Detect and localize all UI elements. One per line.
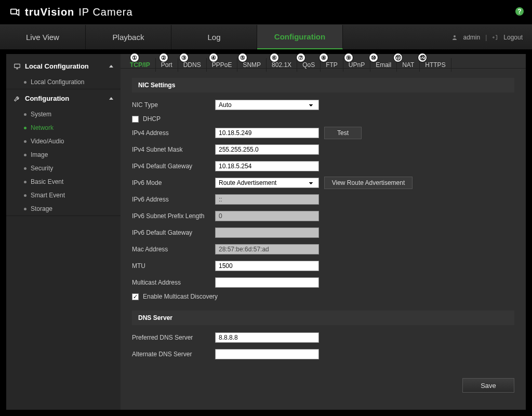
wrench-icon bbox=[14, 95, 21, 102]
ipv4-mask-input[interactable] bbox=[215, 144, 319, 155]
bullet-icon bbox=[24, 113, 26, 116]
nic-section-title: NIC Settings bbox=[132, 78, 514, 92]
mtu-input[interactable] bbox=[215, 261, 319, 271]
nav-playback[interactable]: Playback bbox=[86, 25, 171, 49]
nic-type-select[interactable]: Auto bbox=[215, 100, 319, 110]
ipv6-mode-select[interactable]: Route Advertisement bbox=[215, 178, 319, 188]
sidebar-item-label: Image bbox=[31, 151, 48, 158]
user-sep: | bbox=[485, 34, 487, 41]
sidebar-item-basic-event[interactable]: Basic Event bbox=[6, 175, 121, 189]
nav-configuration[interactable]: Configuration bbox=[257, 25, 343, 49]
mtu-label: MTU bbox=[132, 262, 210, 270]
subtab-pppoe[interactable]: PPPoE bbox=[207, 58, 238, 72]
ipv6-prefix-label: IPv6 Subnet Prefix Length bbox=[132, 212, 210, 220]
pref-dns-input[interactable] bbox=[215, 332, 319, 343]
user-area: admin | Logout bbox=[442, 25, 532, 49]
bullet-icon bbox=[24, 81, 26, 84]
sidebar-item-system[interactable]: System bbox=[6, 108, 121, 121]
sidebar-header-local-config[interactable]: Local Configuration bbox=[6, 57, 121, 75]
brand-logo: truVision IP Camera bbox=[9, 6, 133, 18]
bullet-icon bbox=[24, 208, 26, 210]
dns-section-title: DNS Server bbox=[132, 311, 514, 325]
ipv6-prefix-input bbox=[215, 211, 319, 221]
brand-name: truVision bbox=[25, 6, 74, 18]
bullet-icon bbox=[24, 154, 26, 156]
sidebar-item-label: Storage bbox=[31, 205, 52, 212]
sidebar-item-image[interactable]: Image bbox=[6, 148, 121, 162]
alt-dns-label: Alternate DNS Server bbox=[132, 351, 210, 358]
bullet-icon bbox=[24, 140, 26, 143]
svg-point-1 bbox=[454, 35, 456, 37]
ipv4-addr-input[interactable] bbox=[215, 128, 319, 138]
sidebar-item-video-audio[interactable]: Video/Audio bbox=[6, 135, 121, 148]
sidebar-item-smart-event[interactable]: Smart Event bbox=[6, 189, 121, 202]
logout-link[interactable]: Logout bbox=[503, 34, 523, 41]
sidebar-item-local-config[interactable]: Local Configuration bbox=[6, 75, 121, 89]
ipv6-gw-label: IPv6 Default Gateway bbox=[132, 229, 210, 236]
subtab-ddns[interactable]: DDNS bbox=[178, 58, 207, 72]
subtab-8021x: 802.1X bbox=[267, 58, 297, 72]
view-ra-button[interactable]: View Route Advertisement bbox=[324, 177, 413, 189]
sidebar-item-label: Basic Event bbox=[31, 178, 63, 185]
sidebar-item-label: Local Configuration bbox=[31, 78, 84, 86]
svg-rect-2 bbox=[15, 64, 20, 68]
sidebar-item-storage[interactable]: Storage bbox=[6, 202, 121, 216]
test-button[interactable]: Test bbox=[324, 127, 362, 139]
subtab-email[interactable]: Email bbox=[370, 58, 397, 72]
user-icon bbox=[451, 34, 458, 41]
ipv4-gw-label: IPv4 Default Gateway bbox=[132, 163, 210, 170]
ipv4-addr-label: IPv4 Address bbox=[132, 129, 210, 137]
mac-input bbox=[215, 244, 319, 254]
pref-dns-label: Preferred DNS Server bbox=[132, 334, 210, 341]
enable-multicast-label: Enable Multicast Discovery bbox=[143, 293, 218, 300]
bullet-icon bbox=[24, 167, 26, 170]
alt-dns-input[interactable] bbox=[215, 349, 319, 359]
sidebar-item-label: Video/Audio bbox=[31, 138, 64, 145]
subtab-https[interactable]: HTTPS bbox=[420, 58, 451, 72]
mac-label: Mac Address bbox=[132, 246, 210, 253]
user-name: admin bbox=[463, 34, 480, 41]
nav-live-view[interactable]: Live View bbox=[0, 25, 86, 49]
sidebar-header-local-config-label: Local Configuration bbox=[25, 62, 89, 70]
dhcp-checkbox[interactable] bbox=[132, 116, 139, 123]
ipv6-mode-label: IPv6 Mode bbox=[132, 179, 210, 186]
sidebar-item-label: Security bbox=[31, 165, 53, 172]
sidebar-item-security[interactable]: Security bbox=[6, 162, 121, 175]
brand-bar: truVision IP Camera ? bbox=[0, 0, 532, 25]
dhcp-label: DHCP bbox=[143, 115, 161, 123]
subtabs: TCP/IP Port DDNS PPPoE SNMP 802.1X QoS F… bbox=[121, 54, 526, 69]
bullet-icon bbox=[24, 181, 26, 183]
multicast-label: Multicast Address bbox=[132, 279, 210, 286]
multicast-input[interactable] bbox=[215, 277, 319, 288]
subtab-nat[interactable]: NAT bbox=[397, 58, 420, 72]
brand-subtitle: IP Camera bbox=[78, 6, 132, 18]
subtab-ftp[interactable]: FTP bbox=[321, 58, 343, 72]
subtab-upnp[interactable]: UPnP bbox=[343, 58, 370, 72]
nav-log[interactable]: Log bbox=[171, 25, 257, 49]
help-icon[interactable]: ? bbox=[515, 7, 524, 16]
ipv4-mask-label: IPv4 Subnet Mask bbox=[132, 146, 210, 153]
sidebar-item-label: Smart Event bbox=[31, 192, 65, 199]
save-button[interactable]: Save bbox=[462, 378, 514, 393]
main-panel: ① ② ③ ④ ⑤ ⑥ ⑦ ⑧ ⑨ ⑩ ⑪ ⑫ TCP/IP Port DDNS… bbox=[121, 54, 526, 410]
bullet-icon bbox=[24, 127, 26, 129]
sidebar-item-network[interactable]: Network bbox=[6, 121, 121, 135]
subtab-port[interactable]: Port bbox=[156, 58, 178, 72]
sidebar-item-label: System bbox=[31, 111, 51, 118]
subtab-tcpip[interactable]: TCP/IP bbox=[125, 58, 156, 72]
enable-multicast-checkbox[interactable] bbox=[132, 293, 139, 300]
top-nav: Live View Playback Log Configuration adm… bbox=[0, 25, 532, 50]
bullet-icon bbox=[24, 194, 26, 197]
ipv6-gw-input bbox=[215, 227, 319, 238]
camera-icon bbox=[9, 7, 21, 18]
monitor-icon bbox=[14, 63, 21, 70]
subtab-snmp[interactable]: SNMP bbox=[237, 58, 267, 72]
sidebar: Local Configuration Local Configuration … bbox=[6, 54, 121, 410]
ipv6-addr-label: IPv6 Address bbox=[132, 196, 210, 203]
sidebar-item-label: Network bbox=[31, 124, 54, 131]
chevron-up-icon bbox=[109, 97, 113, 100]
subtab-qos[interactable]: QoS bbox=[297, 58, 321, 72]
sidebar-header-config[interactable]: Configuration bbox=[6, 89, 121, 108]
sidebar-header-config-label: Configuration bbox=[25, 95, 69, 102]
ipv4-gw-input[interactable] bbox=[215, 161, 319, 171]
